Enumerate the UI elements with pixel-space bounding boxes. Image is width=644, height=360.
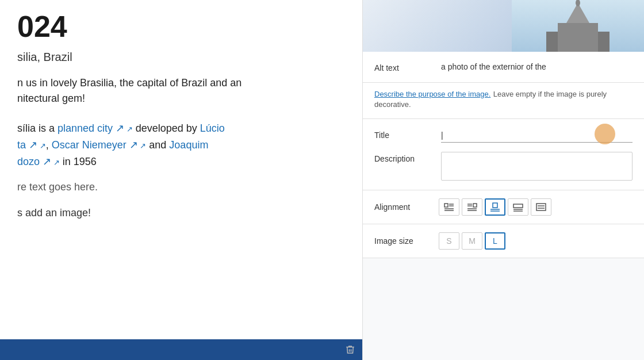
svg-rect-8	[444, 204, 448, 207]
describe-purpose-link[interactable]: Describe the purpose of the image.	[374, 90, 490, 98]
image-size-label: Image size	[374, 236, 432, 246]
svg-rect-18	[493, 203, 497, 208]
size-options: S M L	[439, 232, 505, 250]
body-text: sília is a planned city ↗ developed by L…	[17, 120, 345, 170]
svg-rect-24	[536, 204, 546, 210]
description-textarea[interactable]	[441, 152, 632, 181]
size-small-button[interactable]: S	[439, 232, 459, 250]
alignment-options	[439, 198, 551, 216]
svg-rect-2	[558, 23, 598, 52]
bottom-bar	[0, 339, 362, 360]
alt-text-label: Alt text	[374, 61, 432, 72]
oscar-link[interactable]: Oscar Niemeyer ↗	[52, 139, 147, 151]
title-description-section: Title Description	[363, 119, 644, 190]
alignment-section: Alignment	[363, 190, 644, 224]
alt-text-section: Alt text a photo of the externior of the	[363, 52, 644, 83]
image-size-section: Image size S M L	[363, 224, 644, 258]
align-left-text-button[interactable]	[439, 198, 459, 216]
svg-rect-13	[473, 204, 477, 207]
description-label: Description	[374, 152, 432, 163]
alt-text-value: a photo of the externior of the	[441, 61, 632, 73]
intro-text: n us in lovely Brasilia, the capital of …	[17, 75, 345, 106]
location: silia, Brazil	[17, 51, 345, 64]
svg-rect-5	[546, 32, 558, 52]
title-input-wrap	[441, 128, 632, 143]
align-wide-button[interactable]	[508, 198, 528, 216]
alignment-label: Alignment	[374, 202, 432, 212]
align-right-text-button[interactable]	[462, 198, 482, 216]
add-image-text: s add an image!	[17, 207, 345, 219]
right-panel: Alt text a photo of the externior of the…	[362, 0, 644, 360]
more-text: re text goes here.	[17, 181, 345, 193]
svg-rect-6	[598, 32, 610, 52]
planned-city-link[interactable]: planned city ↗	[57, 122, 133, 134]
left-panel: 024 silia, Brazil n us in lovely Brasili…	[0, 0, 362, 360]
align-full-button[interactable]	[531, 198, 551, 216]
describe-link-section: Describe the purpose of the image. Leave…	[363, 83, 644, 119]
size-large-button[interactable]: L	[485, 232, 505, 250]
align-center-button[interactable]	[485, 198, 505, 216]
title-input[interactable]	[441, 128, 632, 143]
delete-button[interactable]	[345, 344, 355, 355]
title-label: Title	[374, 128, 432, 140]
size-medium-button[interactable]: M	[462, 232, 482, 250]
image-preview	[363, 0, 644, 52]
svg-rect-21	[513, 204, 523, 208]
page-title: 024	[17, 12, 345, 41]
